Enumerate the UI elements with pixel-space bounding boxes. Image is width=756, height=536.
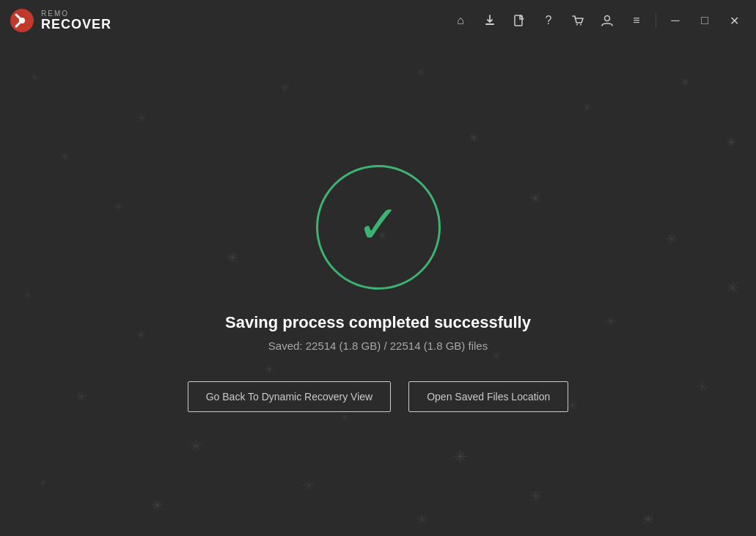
maximize-button[interactable]: □: [691, 7, 718, 34]
svg-rect-2: [485, 23, 494, 25]
decoration-asterisk: ✳: [726, 279, 739, 298]
logo-text: remo RECOVER: [41, 10, 111, 32]
decoration-asterisk: ✳: [76, 388, 88, 405]
svg-point-6: [605, 16, 610, 21]
decoration-asterisk: ✳: [726, 135, 736, 150]
download-icon[interactable]: [477, 7, 503, 34]
decoration-asterisk: ✳: [642, 511, 654, 528]
separator: [656, 13, 656, 28]
decoration-asterisk: ✳: [136, 328, 146, 342]
decoration-asterisk: ✳: [696, 378, 709, 396]
decoration-asterisk: ✳: [38, 477, 48, 490]
logo-icon: [9, 7, 35, 34]
logo-remo-text: remo: [41, 10, 111, 18]
svg-point-5: [580, 24, 581, 26]
svg-point-1: [19, 18, 25, 23]
decoration-asterisk: ✳: [680, 76, 690, 89]
menu-icon[interactable]: ≡: [623, 7, 650, 34]
decoration-asterisk: ✳: [491, 348, 502, 364]
home-icon[interactable]: ⌂: [447, 7, 474, 34]
help-icon[interactable]: ?: [535, 7, 562, 34]
buttons-row: Go Back To Dynamic Recovery View Open Sa…: [188, 381, 569, 412]
success-subtitle: Saved: 22514 (1.8 GB) / 22514 (1.8 GB) f…: [268, 339, 488, 352]
svg-point-4: [576, 24, 578, 26]
toolbar-icons: ⌂ ? ≡ ─ □ ✕: [447, 7, 747, 34]
decoration-asterisk: ✳: [136, 111, 147, 126]
checkmark-icon: ✓: [356, 198, 400, 251]
cart-icon[interactable]: [565, 7, 591, 34]
minimize-button[interactable]: ─: [662, 7, 689, 34]
decoration-asterisk: ✳: [60, 150, 70, 164]
user-icon[interactable]: [594, 7, 620, 34]
decoration-asterisk: ✳: [30, 71, 40, 84]
logo-recover-text: RECOVER: [41, 18, 111, 32]
go-back-button[interactable]: Go Back To Dynamic Recovery View: [188, 381, 391, 412]
success-circle: ✓: [316, 165, 441, 290]
decoration-asterisk: ✳: [227, 249, 238, 266]
main-content: ✳✳✳✳✳✳✳✳✳✳✳✳✳✳✳✳✳✳✳✳✳✳✳✳✳✳✳✳✳✳✳✳ ✓ Savin…: [0, 41, 756, 536]
decoration-asterisk: ✳: [265, 363, 274, 375]
decoration-asterisk: ✳: [416, 511, 428, 528]
decoration-asterisk: ✳: [416, 66, 426, 81]
decoration-asterisk: ✳: [469, 131, 479, 146]
decoration-asterisk: ✳: [151, 496, 164, 514]
decoration-asterisk: ✳: [605, 313, 617, 330]
decoration-asterisk: ✳: [454, 447, 467, 466]
decoration-asterisk: ✳: [582, 100, 592, 114]
file-icon[interactable]: [506, 7, 532, 34]
decoration-asterisk: ✳: [279, 81, 290, 96]
decoration-asterisk: ✳: [302, 477, 315, 496]
decoration-asterisk: ✳: [114, 199, 124, 215]
decoration-asterisk: ✳: [665, 230, 678, 249]
decoration-asterisk: ✳: [23, 289, 32, 302]
decoration-asterisk: ✳: [567, 397, 578, 414]
title-bar: remo RECOVER ⌂ ? ≡ ─ □ ✕: [0, 0, 756, 41]
success-title: Saving process completed successfully: [225, 313, 531, 332]
decoration-asterisk: ✳: [189, 437, 202, 456]
logo-area: remo RECOVER: [9, 7, 111, 34]
decoration-asterisk: ✳: [529, 190, 541, 207]
open-saved-files-button[interactable]: Open Saved Files Location: [408, 381, 568, 412]
decoration-asterisk: ✳: [529, 487, 543, 506]
close-button[interactable]: ✕: [721, 7, 747, 34]
decoration-asterisk: ✳: [340, 412, 349, 424]
